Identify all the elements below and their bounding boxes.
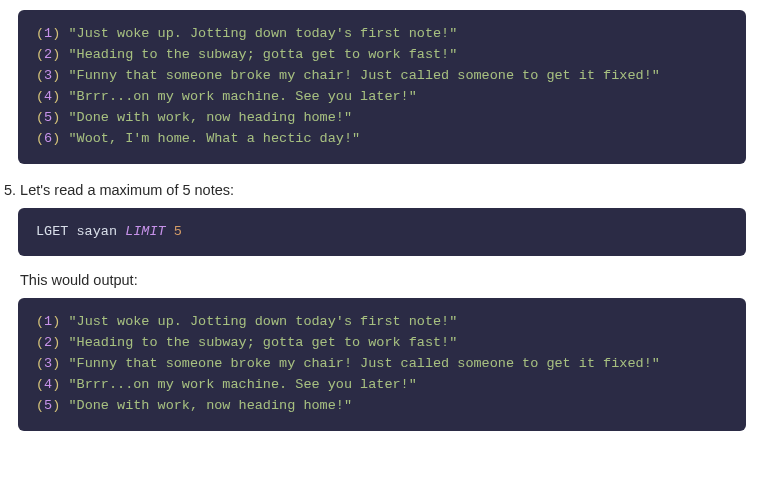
paren-close: )	[52, 377, 60, 392]
paren-open: (	[36, 398, 44, 413]
line-string: "Woot, I'm home. What a hectic day!"	[68, 131, 360, 146]
line-number: 2	[44, 335, 52, 350]
paren-close: )	[52, 398, 60, 413]
keyword-token: LIMIT	[125, 224, 166, 239]
command-token: LGET	[36, 224, 68, 239]
paren-open: (	[36, 314, 44, 329]
line-number: 1	[44, 314, 52, 329]
paren-close: )	[52, 47, 60, 62]
output-block-2: (1) "Just woke up. Jotting down today's …	[18, 298, 746, 431]
paren-open: (	[36, 377, 44, 392]
paren-open: (	[36, 26, 44, 41]
paren-open: (	[36, 89, 44, 104]
line-number: 3	[44, 356, 52, 371]
identifier-token: sayan	[77, 224, 118, 239]
paren-open: (	[36, 131, 44, 146]
line-string: "Brrr...on my work machine. See you late…	[68, 89, 416, 104]
line-string: "Brrr...on my work machine. See you late…	[68, 377, 416, 392]
line-string: "Just woke up. Jotting down today's firs…	[68, 26, 457, 41]
paren-close: )	[52, 356, 60, 371]
line-string: "Funny that someone broke my chair! Just…	[68, 68, 659, 83]
paren-open: (	[36, 110, 44, 125]
paren-close: )	[52, 335, 60, 350]
paren-open: (	[36, 47, 44, 62]
paren-close: )	[52, 110, 60, 125]
line-string: "Done with work, now heading home!"	[68, 398, 352, 413]
line-number: 3	[44, 68, 52, 83]
paren-open: (	[36, 356, 44, 371]
paren-close: )	[52, 26, 60, 41]
line-string: "Heading to the subway; gotta get to wor…	[68, 47, 457, 62]
command-block: LGET sayan LIMIT 5	[18, 208, 746, 257]
output-label: This would output:	[20, 272, 764, 288]
paren-close: )	[52, 314, 60, 329]
paren-open: (	[36, 335, 44, 350]
line-string: "Funny that someone broke my chair! Just…	[68, 356, 659, 371]
paren-close: )	[52, 131, 60, 146]
paren-open: (	[36, 68, 44, 83]
line-number: 5	[44, 110, 52, 125]
line-number: 4	[44, 377, 52, 392]
line-number: 5	[44, 398, 52, 413]
step-5-text: 5. Let's read a maximum of 5 notes:	[4, 182, 764, 198]
line-number: 6	[44, 131, 52, 146]
line-number: 2	[44, 47, 52, 62]
paren-close: )	[52, 89, 60, 104]
literal-token: 5	[174, 224, 182, 239]
output-block-1: (1) "Just woke up. Jotting down today's …	[18, 10, 746, 164]
line-string: "Heading to the subway; gotta get to wor…	[68, 335, 457, 350]
line-number: 4	[44, 89, 52, 104]
line-string: "Just woke up. Jotting down today's firs…	[68, 314, 457, 329]
line-string: "Done with work, now heading home!"	[68, 110, 352, 125]
paren-close: )	[52, 68, 60, 83]
line-number: 1	[44, 26, 52, 41]
